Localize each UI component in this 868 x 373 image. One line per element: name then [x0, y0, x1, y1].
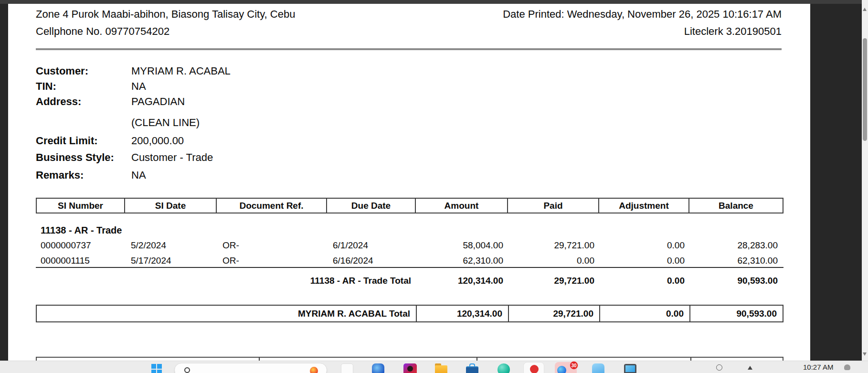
teal-app-icon[interactable]: [498, 363, 510, 373]
group-total-adjustment: 0.00: [600, 276, 690, 286]
remarks-value: NA: [131, 169, 146, 181]
scroll-down-arrow-icon[interactable]: [863, 352, 867, 356]
amount: 62,310.00: [417, 256, 509, 266]
address-label: Address:: [36, 96, 81, 108]
grand-total-adjustment: 0.00: [599, 306, 689, 321]
start-square: [151, 364, 156, 369]
adjustment: 0.00: [600, 256, 690, 266]
col-header-document-ref: Document Ref.: [217, 199, 327, 213]
group-total-divider: [36, 267, 783, 268]
header-divider: [36, 48, 782, 50]
grand-total-label: MYRIAM R. ACABAL Total: [37, 306, 416, 321]
customer-label: Customer:: [36, 65, 88, 77]
group-total-amount: 120,314.00: [417, 276, 509, 286]
vertical-scrollbar[interactable]: [862, 0, 868, 361]
notification-badge: 30: [570, 361, 578, 370]
balance: 28,283.00: [690, 240, 783, 251]
viewer-right-margin: [810, 4, 862, 361]
group-total-balance: 90,593.00: [690, 276, 783, 286]
monitor-screen: [625, 365, 635, 372]
table-row: 0000001115 5/17/2024 OR- 6/16/2024 62,31…: [36, 256, 783, 266]
white-app-icon[interactable]: [341, 363, 353, 373]
folder-body: [435, 365, 447, 373]
messenger-app-icon[interactable]: [592, 363, 604, 373]
credit-limit-value: 200,000.00: [131, 135, 184, 147]
media-lens-icon: [407, 366, 413, 372]
blue-app-icon[interactable]: [372, 363, 384, 373]
paid: 29,721.00: [509, 240, 600, 251]
company-phone: Cellphone No. 09770754202: [36, 25, 169, 38]
media-app-icon[interactable]: [403, 363, 417, 373]
group-total-label: 11138 - AR - Trade Total: [36, 276, 417, 286]
search-highlight-icon: [310, 367, 318, 373]
grand-total-balance: 90,593.00: [689, 306, 783, 321]
col-header-si-number: SI Number: [37, 199, 125, 213]
group-total-row: 11138 - AR - Trade Total 120,314.00 29,7…: [36, 276, 783, 286]
briefcase-app-icon[interactable]: [466, 363, 478, 373]
remarks-label: Remarks:: [36, 169, 84, 181]
si-number: 0000000737: [36, 240, 126, 251]
business-style-value: Customer - Trade: [131, 151, 213, 164]
record-dot-icon: [530, 365, 539, 373]
account-group-header: 11138 - AR - Trade: [41, 225, 122, 236]
col-header-amount: Amount: [416, 199, 508, 213]
due-date: 6/16/2024: [328, 256, 417, 266]
mail-app-icon[interactable]: 30: [555, 362, 577, 373]
taskbar-clock[interactable]: 10:27 AM: [803, 363, 833, 371]
viewer-left-margin: [0, 4, 8, 361]
record-app-icon[interactable]: [523, 362, 544, 373]
address-value-2: (CLEAN LINE): [131, 117, 200, 129]
balance: 62,310.00: [690, 256, 783, 266]
company-address: Zone 4 Purok Maabi-abihon, Biasong Talis…: [36, 8, 295, 21]
si-number: 0000001115: [36, 256, 126, 266]
document-ref: OR-: [218, 256, 328, 266]
search-icon: [184, 367, 190, 373]
briefcase-body: [466, 366, 478, 373]
taskbar: [0, 361, 868, 373]
grand-total-paid: 29,721.00: [508, 306, 599, 321]
mail-logo-icon: [557, 366, 566, 373]
start-square: [151, 370, 156, 373]
next-table-fragment: [36, 357, 783, 361]
start-square: [157, 364, 162, 369]
col-header-balance: Balance: [689, 199, 783, 213]
grand-total-amount: 120,314.00: [416, 306, 508, 321]
windows-start-icon[interactable]: [151, 364, 162, 373]
taskbar-search-box[interactable]: [174, 363, 327, 373]
business-style-label: Business Style:: [36, 151, 114, 164]
adjustment: 0.00: [600, 240, 690, 251]
tin-label: TIN:: [36, 80, 56, 93]
address-value: PAGADIAN: [131, 96, 185, 108]
scroll-up-arrow-icon[interactable]: [863, 8, 867, 11]
report-page: Zone 4 Purok Maabi-abihon, Biasong Talis…: [8, 4, 810, 361]
tray-globe-icon[interactable]: [716, 364, 722, 371]
group-total-paid: 29,721.00: [509, 276, 600, 286]
start-square: [157, 370, 162, 373]
notification-bell-icon[interactable]: [844, 364, 850, 370]
software-version: Liteclerk 3.20190501: [684, 25, 782, 38]
document-ref: OR-: [218, 240, 328, 251]
si-date: 5/17/2024: [126, 256, 218, 266]
si-date: 5/2/2024: [126, 240, 218, 251]
table-row: 0000000737 5/2/2024 OR- 6/1/2024 58,004.…: [36, 240, 783, 251]
col-header-paid: Paid: [508, 199, 599, 213]
due-date: 6/1/2024: [328, 240, 417, 251]
paid: 0.00: [509, 256, 600, 266]
window-top-strip: [0, 0, 862, 4]
monitor-app-icon[interactable]: [624, 364, 636, 373]
tray-show-hidden-icons-icon[interactable]: [748, 366, 752, 370]
table-header-row: SI Number SI Date Document Ref. Due Date…: [36, 198, 783, 213]
col-header-due-date: Due Date: [327, 199, 416, 213]
scrollbar-thumb[interactable]: [863, 38, 867, 141]
file-explorer-icon[interactable]: [435, 363, 447, 373]
amount: 58,004.00: [417, 240, 509, 251]
date-printed: Date Printed: Wednesday, November 26, 20…: [503, 8, 782, 21]
customer-value: MYRIAM R. ACABAL: [131, 65, 231, 77]
tin-value: NA: [131, 80, 146, 93]
col-header-adjustment: Adjustment: [599, 199, 689, 213]
col-header-si-date: SI Date: [125, 199, 217, 213]
credit-limit-label: Credit Limit:: [36, 135, 98, 147]
grand-total-row: MYRIAM R. ACABAL Total 120,314.00 29,721…: [36, 305, 783, 322]
